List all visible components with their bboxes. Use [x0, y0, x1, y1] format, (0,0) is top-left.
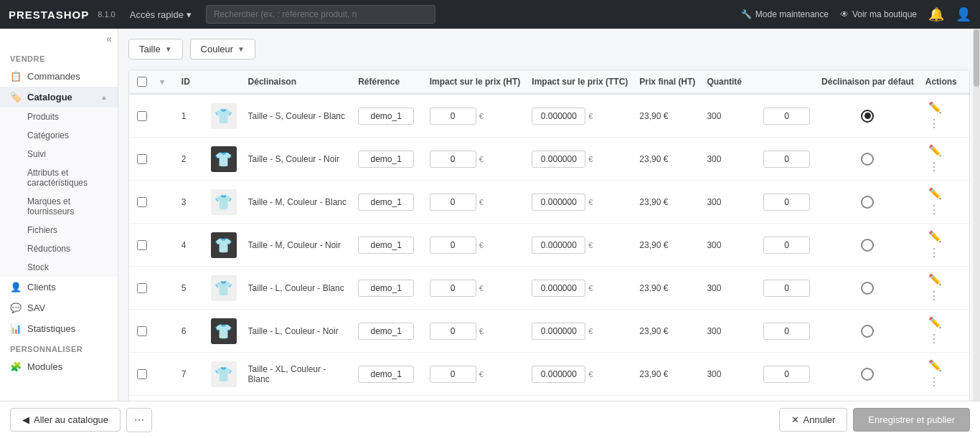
sidebar-item-modules[interactable]: 🧩 Modules: [0, 356, 118, 377]
default-radio-button[interactable]: [861, 282, 874, 295]
row-default-cell: [816, 94, 920, 138]
more-row-actions-button[interactable]: ⋮: [925, 244, 943, 261]
edit-button[interactable]: ✏️: [925, 186, 945, 201]
qty-input[interactable]: [763, 237, 810, 254]
row-impact-ht-cell: €: [424, 181, 527, 224]
sidebar-item-commandes[interactable]: 📋 Commandes: [0, 66, 118, 87]
sidebar-item-stock[interactable]: Stock: [0, 258, 118, 277]
scrollbar-track[interactable]: [973, 29, 980, 401]
edit-button[interactable]: ✏️: [925, 358, 945, 373]
more-row-actions-button[interactable]: ⋮: [925, 158, 943, 175]
sidebar-item-categories[interactable]: Catégories: [0, 126, 118, 145]
row-prix-final: 23,90 €: [633, 353, 701, 396]
impact-ht-input[interactable]: [430, 280, 476, 297]
sidebar-item-reductions[interactable]: Réductions: [0, 239, 118, 258]
sidebar-item-attributs[interactable]: Attributs et caractéristiques: [0, 163, 118, 192]
sidebar-item-fichiers[interactable]: Fichiers: [0, 221, 118, 239]
row-checkbox[interactable]: [137, 197, 147, 207]
select-all-checkbox[interactable]: [137, 77, 147, 87]
qty-input[interactable]: [763, 366, 810, 383]
edit-button[interactable]: ✏️: [925, 100, 945, 115]
more-row-actions-button[interactable]: ⋮: [925, 115, 943, 132]
filter-couleur-button[interactable]: Couleur ▼: [190, 39, 255, 59]
impact-ht-input[interactable]: [430, 151, 476, 168]
impact-ttc-input[interactable]: [532, 323, 585, 340]
sidebar-item-produits[interactable]: Produits: [0, 108, 118, 126]
quick-access-button[interactable]: Accès rapide ▾: [124, 6, 197, 23]
qty-input[interactable]: [763, 280, 810, 297]
chevron-down-icon: ▾: [187, 9, 192, 20]
reference-input[interactable]: [358, 366, 414, 383]
impact-ttc-input[interactable]: [532, 194, 585, 211]
filter-taille-button[interactable]: Taille ▼: [128, 39, 183, 59]
notifications-button[interactable]: 🔔: [928, 6, 944, 22]
row-checkbox[interactable]: [137, 240, 147, 250]
page-layout: « VENDRE 📋 Commandes 🏷️ Catalogue ▲ Prod…: [0, 29, 980, 438]
impact-ht-input[interactable]: [430, 194, 476, 211]
reference-input[interactable]: [358, 194, 414, 211]
qty-input[interactable]: [763, 151, 810, 168]
more-row-actions-button[interactable]: ⋮: [925, 201, 943, 218]
row-reference-cell: [352, 181, 423, 224]
edit-button[interactable]: ✏️: [925, 272, 945, 287]
impact-ttc-input[interactable]: [532, 108, 585, 125]
reference-input[interactable]: [358, 151, 414, 168]
row-prix-final: 23,90 €: [633, 310, 701, 353]
impact-ht-input[interactable]: [430, 366, 476, 383]
row-impact-ttc-cell: €: [526, 94, 633, 138]
default-radio-button[interactable]: [861, 196, 874, 209]
sidebar-item-marques[interactable]: Marques et fournisseurs: [0, 192, 118, 221]
scrollbar-thumb[interactable]: [974, 29, 979, 87]
user-menu-button[interactable]: 👤: [956, 6, 971, 22]
impact-ht-input[interactable]: [430, 237, 476, 254]
impact-ttc-input[interactable]: [532, 151, 585, 168]
impact-ttc-input[interactable]: [532, 366, 585, 383]
col-header-actions: Actions: [920, 70, 969, 94]
row-checkbox-cell: [129, 181, 154, 224]
impact-ht-input[interactable]: [430, 323, 476, 340]
more-row-actions-button[interactable]: ⋮: [925, 287, 943, 304]
table-row: 2 👕 Taille - S, Couleur - Noir € € 23,90…: [129, 138, 969, 181]
row-checkbox[interactable]: [137, 369, 147, 379]
row-checkbox[interactable]: [137, 326, 147, 336]
sidebar-item-suivi[interactable]: Suivi: [0, 145, 118, 163]
default-radio-button[interactable]: [861, 325, 874, 338]
sidebar-catalogue-subitems: Produits Catégories Suivi Attributs et c…: [0, 108, 118, 277]
default-radio-button[interactable]: [861, 110, 874, 123]
more-row-actions-button[interactable]: ⋮: [925, 373, 943, 390]
row-id: 7: [176, 353, 205, 396]
edit-button[interactable]: ✏️: [925, 229, 945, 244]
impact-ht-input[interactable]: [430, 108, 476, 125]
row-checkbox[interactable]: [137, 154, 147, 164]
qty-input[interactable]: [763, 194, 810, 211]
cancel-button[interactable]: ✕ Annuler: [779, 408, 848, 432]
qty-input[interactable]: [763, 323, 810, 340]
row-checkbox[interactable]: [137, 283, 147, 293]
sidebar-item-clients[interactable]: 👤 Clients: [0, 277, 118, 297]
impact-ttc-input[interactable]: [532, 280, 585, 297]
default-radio-button[interactable]: [861, 368, 874, 381]
reference-input[interactable]: [358, 108, 414, 125]
impact-ttc-input[interactable]: [532, 237, 585, 254]
back-to-catalogue-button[interactable]: ◀ Aller au catalogue: [10, 408, 121, 432]
edit-button[interactable]: ✏️: [925, 143, 945, 158]
more-row-actions-button[interactable]: ⋮: [925, 330, 943, 347]
default-radio-button[interactable]: [861, 239, 874, 252]
reference-input[interactable]: [358, 280, 414, 297]
more-actions-button[interactable]: ⋯: [126, 408, 152, 432]
qty-input[interactable]: [763, 108, 810, 125]
sidebar-item-statistiques[interactable]: 📊 Statistiques: [0, 318, 118, 339]
sidebar-collapse-button[interactable]: «: [106, 33, 112, 44]
row-checkbox[interactable]: [137, 111, 147, 121]
reference-input[interactable]: [358, 323, 414, 340]
sidebar-item-catalogue[interactable]: 🏷️ Catalogue ▲: [0, 87, 118, 108]
maintenance-button[interactable]: 🔧 Mode maintenance: [741, 9, 829, 19]
row-qty-input-cell: [758, 267, 816, 310]
search-input[interactable]: [206, 5, 435, 24]
default-radio-button[interactable]: [861, 153, 874, 166]
view-store-button[interactable]: 👁 Voir ma boutique: [840, 9, 917, 19]
sidebar-item-sav[interactable]: 💬 SAV: [0, 297, 118, 318]
reference-input[interactable]: [358, 237, 414, 254]
save-publish-button[interactable]: Enregistrer et publier: [853, 408, 970, 432]
edit-button[interactable]: ✏️: [925, 315, 945, 330]
